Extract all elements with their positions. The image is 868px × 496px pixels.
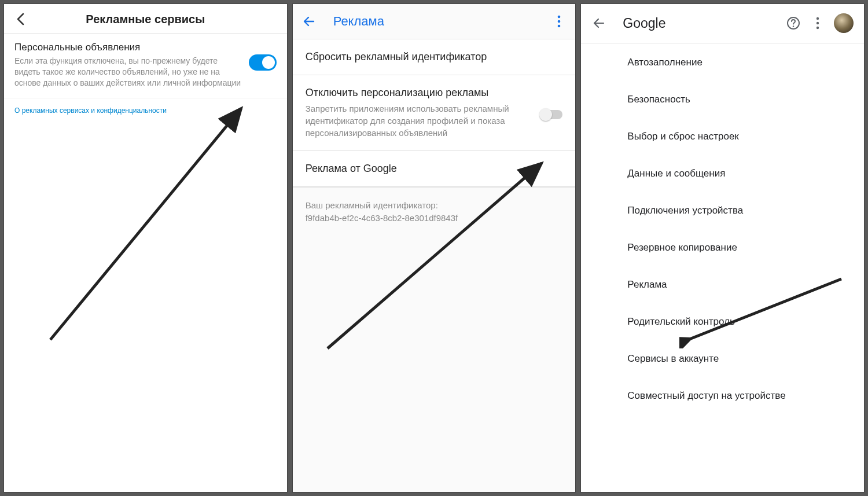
svg-point-2 (558, 20, 561, 23)
more-button[interactable] (810, 15, 826, 31)
ad-id-value: f9fdab4b-ef2c-4c63-8cb2-8e301df9843f (306, 213, 458, 223)
reset-ad-id-row[interactable]: Сбросить рекламный идентификатор (293, 39, 576, 75)
list-item-sharing[interactable]: Совместный доступ на устройстве (581, 377, 864, 414)
help-button[interactable] (785, 15, 801, 31)
account-avatar[interactable] (834, 13, 854, 33)
optout-desc: Запретить приложениям использовать рекла… (306, 102, 534, 139)
about-ad-services-link[interactable]: О рекламных сервисах и конфиденциальност… (4, 98, 287, 123)
svg-line-0 (50, 108, 241, 340)
back-button[interactable] (591, 16, 606, 31)
optout-title: Отключить персонализацию рекламы (306, 87, 534, 99)
help-icon (786, 16, 800, 30)
ad-id-label: Ваш рекламный идентификатор: (306, 200, 438, 210)
google-ads-label: Реклама от Google (306, 163, 563, 175)
optout-toggle[interactable] (540, 110, 562, 119)
arrow-left-icon (592, 16, 606, 30)
personal-ads-desc: Если эта функция отключена, вы по-прежне… (14, 56, 242, 89)
page-title: Google (623, 16, 777, 31)
personal-ads-row[interactable]: Персональные объявления Если эта функция… (4, 34, 287, 98)
screen-ad-services: Рекламные сервисы Персональные объявлени… (3, 3, 288, 493)
personal-ads-title: Персональные объявления (14, 42, 242, 53)
list-item-security[interactable]: Безопасность (581, 81, 864, 118)
back-button[interactable] (301, 13, 317, 30)
list-item-device-conn[interactable]: Подключения устройства (581, 192, 864, 229)
list-item-data-messages[interactable]: Данные и сообщения (581, 155, 864, 192)
svg-point-6 (793, 25, 794, 27)
more-vert-icon (816, 17, 819, 30)
svg-point-7 (816, 17, 819, 20)
list-item-autofill[interactable]: Автозаполнение (581, 44, 864, 81)
more-button[interactable] (551, 13, 567, 30)
list-item-parental[interactable]: Родительский контроль (581, 303, 864, 340)
list-item-reset[interactable]: Выбор и сброс настроек (581, 118, 864, 155)
page-title: Рекламные сервисы (13, 13, 278, 26)
screen-google-settings: Google Автозаполнение Безопасность Выбор… (580, 3, 865, 493)
ad-id-info: Ваш рекламный идентификатор: f9fdab4b-ef… (293, 187, 576, 236)
page-title: Реклама (333, 14, 551, 29)
svg-point-9 (816, 27, 819, 29)
annotation-arrow (45, 97, 253, 346)
google-ads-row[interactable]: Реклама от Google (293, 150, 576, 187)
svg-point-3 (558, 25, 561, 28)
list-item-account-svcs[interactable]: Сервисы в аккаунте (581, 340, 864, 377)
header-bar: Google (581, 4, 864, 44)
list-item-ads[interactable]: Реклама (581, 266, 864, 303)
header-bar: Реклама (293, 4, 576, 39)
personal-ads-toggle[interactable] (249, 54, 277, 71)
svg-point-1 (558, 16, 561, 19)
reset-ad-id-label: Сбросить рекламный идентификатор (306, 51, 563, 63)
header-bar: Рекламные сервисы (4, 4, 287, 34)
more-vert-icon (557, 15, 561, 28)
optout-personalization-row[interactable]: Отключить персонализацию рекламы Запрети… (293, 75, 576, 151)
screen-ads-settings: Реклама Сбросить рекламный идентификатор… (292, 3, 576, 493)
arrow-left-icon (302, 14, 316, 28)
svg-point-8 (816, 22, 819, 24)
list-item-backup[interactable]: Резервное копирование (581, 229, 864, 266)
